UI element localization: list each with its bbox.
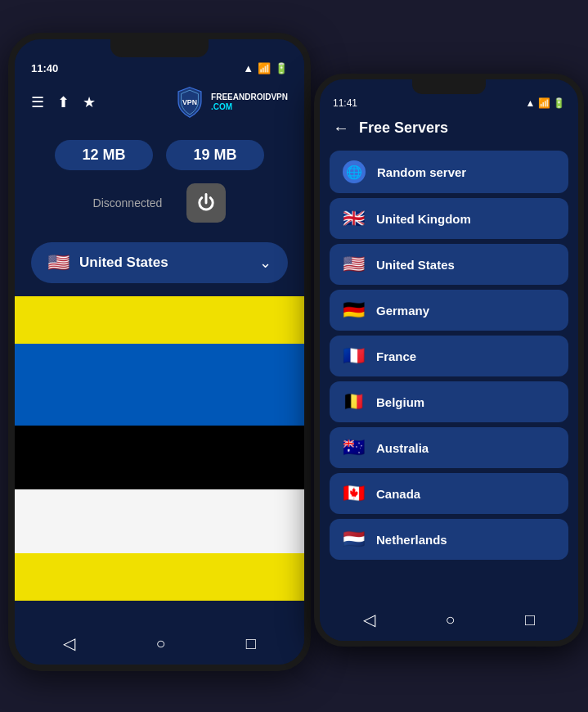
selected-country-name: United States — [79, 255, 249, 271]
battery-icon: 🔋 — [275, 62, 288, 74]
right-notch — [412, 79, 486, 94]
wifi-icon: 📶 — [258, 62, 271, 74]
download-stat: 12 MB — [55, 140, 153, 170]
server-list-title: Free Servers — [359, 119, 448, 137]
server-item-fr[interactable]: 🇫🇷 France — [330, 336, 568, 376]
server-item-uk[interactable]: 🇬🇧 United Kingdom — [330, 198, 568, 239]
selected-country-flag: 🇺🇸 — [47, 252, 70, 273]
shield-logo: VPN — [173, 86, 206, 119]
phone-right: 11:41 ▲ 📶 🔋 ← Free Servers 🌐 Random serv… — [314, 74, 584, 647]
logo-text: FREEANDROIDVPN .COM — [211, 92, 288, 112]
server-name-nl: Netherlands — [376, 533, 447, 547]
server-item-nl[interactable]: 🇳🇱 Netherlands — [330, 519, 568, 560]
server-list-header: ← Free Servers — [320, 110, 578, 146]
server-item-random[interactable]: 🌐 Random server — [330, 151, 568, 193]
signal-icon: ▲ — [243, 62, 254, 74]
left-notch — [110, 39, 209, 57]
left-status-icons: ▲ 📶 🔋 — [243, 62, 288, 74]
flag-fr: 🇫🇷 — [343, 345, 365, 367]
back-button[interactable]: ← — [333, 119, 349, 137]
stats-row: 12 MB 19 MB — [15, 127, 304, 177]
right-home-nav-button[interactable]: ○ — [435, 607, 465, 633]
server-name-fr: France — [376, 349, 416, 363]
flag-ca: 🇨🇦 — [343, 483, 365, 504]
stripe-black — [15, 426, 304, 489]
menu-icon[interactable]: ☰ — [31, 93, 44, 111]
flag-be: 🇧🇪 — [343, 391, 365, 412]
server-name-us: United States — [376, 258, 455, 272]
upload-stat: 19 MB — [166, 140, 264, 170]
right-recents-nav-button[interactable]: □ — [515, 607, 545, 633]
right-time: 11:41 — [333, 97, 357, 109]
right-nav-bar: ◁ ○ □ — [320, 598, 578, 641]
stripe-yellow-2 — [15, 553, 304, 601]
flag-de: 🇩🇪 — [343, 300, 365, 321]
globe-icon: 🌐 — [343, 160, 366, 183]
server-name-random: Random server — [377, 165, 466, 179]
server-name-de: Germany — [376, 304, 429, 318]
flag-uk: 🇬🇧 — [343, 208, 365, 229]
left-nav-bar: ◁ ○ □ — [15, 622, 304, 665]
server-name-ca: Canada — [376, 487, 420, 501]
left-time: 11:40 — [31, 62, 58, 74]
phone-left: 11:40 ▲ 📶 🔋 ☰ ⬆ ★ VPN FREEANDROIDVPN .CO… — [8, 33, 311, 671]
stripe-blue — [15, 344, 304, 426]
flag-nl: 🇳🇱 — [343, 529, 365, 550]
server-name-uk: United Kingdom — [376, 212, 471, 226]
server-item-de[interactable]: 🇩🇪 Germany — [330, 290, 568, 331]
flag-us: 🇺🇸 — [343, 254, 365, 275]
right-status-icons: ▲ 📶 🔋 — [525, 97, 565, 109]
server-list: 🌐 Random server 🇬🇧 United Kingdom 🇺🇸 Uni… — [320, 146, 578, 565]
home-nav-button[interactable]: ○ — [146, 631, 175, 656]
flag-au: 🇦🇺 — [343, 437, 365, 458]
disconnected-row: Disconnected — [15, 177, 304, 236]
stripe-yellow — [15, 296, 304, 344]
svg-text:VPN: VPN — [182, 98, 197, 106]
server-name-au: Australia — [376, 441, 429, 455]
logo-area: VPN FREEANDROIDVPN .COM — [173, 86, 288, 119]
rate-icon[interactable]: ★ — [83, 93, 96, 111]
server-item-us[interactable]: 🇺🇸 United States — [330, 244, 568, 285]
left-app-header: ☰ ⬆ ★ VPN FREEANDROIDVPN .COM — [15, 78, 304, 127]
server-item-be[interactable]: 🇧🇪 Belgium — [330, 381, 568, 422]
country-selector[interactable]: 🇺🇸 United States ⌄ — [31, 242, 288, 283]
connection-status: Disconnected — [93, 196, 163, 210]
left-status-bar: 11:40 ▲ 📶 🔋 — [15, 57, 304, 78]
chevron-down-icon: ⌄ — [259, 254, 272, 272]
flag-stripes-display — [15, 296, 304, 601]
server-item-ca[interactable]: 🇨🇦 Canada — [330, 473, 568, 514]
right-back-nav-button[interactable]: ◁ — [353, 606, 385, 633]
power-button[interactable] — [186, 183, 226, 223]
recents-nav-button[interactable]: □ — [236, 631, 266, 656]
server-item-au[interactable]: 🇦🇺 Australia — [330, 427, 568, 468]
right-status-bar: 11:41 ▲ 📶 🔋 — [320, 94, 578, 110]
back-nav-button[interactable]: ◁ — [53, 630, 85, 656]
stripe-white — [15, 489, 304, 553]
server-name-be: Belgium — [376, 395, 424, 409]
share-icon[interactable]: ⬆ — [57, 93, 70, 111]
